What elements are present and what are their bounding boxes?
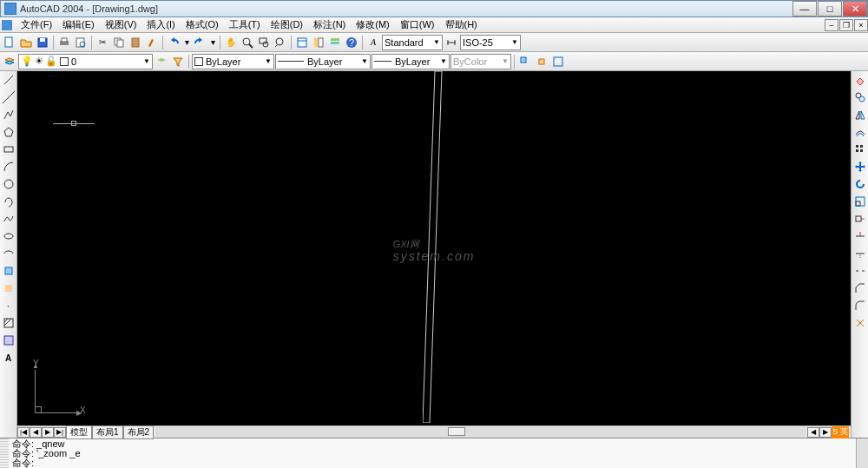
revcloud-icon[interactable] [1,194,16,209]
menu-insert[interactable]: 插入(I) [141,18,180,31]
arc-icon[interactable] [1,159,16,175]
command-window[interactable]: 命令: _qnew 命令: '_zoom _e 命令: [0,438,868,468]
menu-draw[interactable]: 绘图(D) [266,18,308,31]
redo-dropdown[interactable]: ▾ [208,35,217,50]
pline-icon[interactable] [1,107,16,122]
new-icon[interactable] [2,35,17,50]
drawing-canvas[interactable]: Y X ▲ ▶ GXI网 system.com [17,71,851,425]
menu-window[interactable]: 窗口(W) [395,18,440,31]
zoom-win-icon[interactable] [256,35,272,50]
tab-nav-last[interactable]: ▶| [54,427,66,438]
match-icon[interactable] [144,35,160,50]
command-vscroll[interactable] [856,438,868,468]
offset-icon[interactable] [852,124,868,140]
spline-icon[interactable] [1,211,16,227]
paste-icon[interactable] [128,35,143,50]
explode-icon[interactable] [852,315,868,331]
preview-icon[interactable] [73,35,89,50]
close-button[interactable]: ✕ [843,1,867,16]
mtext-icon[interactable]: A [1,350,16,366]
maximize-button[interactable]: □ [818,1,842,16]
lineweight-dropdown[interactable]: ByLayer▼ [372,54,450,69]
color-dropdown[interactable]: ByLayer▼ [192,54,274,69]
zoom-prev-icon[interactable] [273,35,288,50]
linetype-dropdown[interactable]: ByLayer▼ [275,54,371,69]
chamfer-icon[interactable] [852,280,868,296]
menu-modify[interactable]: 修改(M) [351,18,395,31]
pan-icon[interactable]: ✋ [223,35,239,50]
cut-icon[interactable]: ✂ [95,35,110,50]
menu-dim[interactable]: 标注(N) [308,18,351,31]
ellipse-icon[interactable] [1,228,16,244]
hatch-icon[interactable] [1,315,16,331]
rotate-icon[interactable] [852,176,868,192]
doc-close-button[interactable]: × [854,19,868,31]
point-icon[interactable]: · [1,298,16,313]
insert-icon[interactable] [1,263,16,279]
tab-layout2[interactable]: 布局2 [123,425,155,439]
trim-icon[interactable] [852,228,868,244]
copy-icon[interactable] [111,35,127,50]
circle-icon[interactable] [1,176,16,192]
polygon-icon[interactable] [1,124,16,140]
doc-minimize-button[interactable]: – [825,19,838,31]
move-icon[interactable] [852,159,868,175]
extend-icon[interactable] [852,246,868,261]
rectangle-icon[interactable] [1,142,16,157]
help-icon[interactable]: ? [344,35,359,50]
layer-prev-icon[interactable] [154,54,169,69]
tab-layout1[interactable]: 布局1 [92,425,123,439]
array-icon[interactable] [852,142,868,157]
save-icon[interactable] [35,35,50,50]
undo-icon[interactable] [166,35,181,50]
minimize-button[interactable]: — [792,1,817,16]
dim-style-dropdown[interactable]: ISO-25▼ [460,35,521,50]
fillet-icon[interactable] [852,298,868,313]
menu-file[interactable]: 文件(F) [16,18,57,31]
open-icon[interactable] [18,35,34,50]
tab-nav-next[interactable]: ▶ [42,427,54,438]
menu-view[interactable]: 视图(V) [100,18,142,31]
hscroll-left[interactable]: ◀ [807,427,819,438]
block-editor-icon[interactable] [550,54,566,69]
mirror-icon[interactable] [852,107,868,122]
print-icon[interactable] [56,35,72,50]
tab-nav-prev[interactable]: ◀ [30,427,42,438]
copy-obj-icon[interactable] [852,89,868,105]
stretch-icon[interactable] [852,211,868,227]
region-icon[interactable] [1,333,16,348]
redo-icon[interactable] [192,35,207,50]
scale-icon[interactable] [852,194,868,209]
zoom-rt-icon[interactable] [240,35,255,50]
tool-palette-icon[interactable] [327,35,343,50]
dim-style-icon[interactable] [444,35,459,50]
hscrollbar[interactable] [155,427,806,438]
command-grip[interactable] [0,438,9,468]
menu-format[interactable]: 格式(O) [181,18,224,31]
insert-block-icon[interactable] [517,54,533,69]
break-icon[interactable] [852,263,868,279]
xline-icon[interactable] [1,89,16,105]
undo-dropdown[interactable]: ▾ [182,35,191,50]
menu-edit[interactable]: 编辑(E) [57,18,100,31]
menu-tools[interactable]: 工具(T) [224,18,266,31]
make-block-icon[interactable] [534,54,549,69]
menu-help[interactable]: 帮助(H) [440,18,483,31]
ime-indicator[interactable]: S 英 [832,426,849,438]
command-prompt[interactable]: 命令: [12,458,852,468]
plotstyle-dropdown[interactable]: ByColor▼ [450,54,511,69]
tab-nav-first[interactable]: |◀ [17,427,30,438]
layer-props-icon[interactable] [2,54,17,69]
props-icon[interactable] [294,35,310,50]
makeblock-icon[interactable] [1,280,16,296]
erase-icon[interactable] [852,72,868,88]
tab-model[interactable]: 模型 [66,425,92,439]
text-style-dropdown[interactable]: Standard▼ [382,35,443,50]
doc-restore-button[interactable]: ❐ [839,19,853,31]
line-icon[interactable] [1,72,16,88]
design-center-icon[interactable] [311,35,326,50]
hscroll-right[interactable]: ▶ [819,427,832,438]
layer-dropdown[interactable]: 💡 ☀ 🔓 0 ▼ [18,54,153,69]
ellipse-arc-icon[interactable] [1,246,16,261]
layer-filter-icon[interactable] [170,54,186,69]
